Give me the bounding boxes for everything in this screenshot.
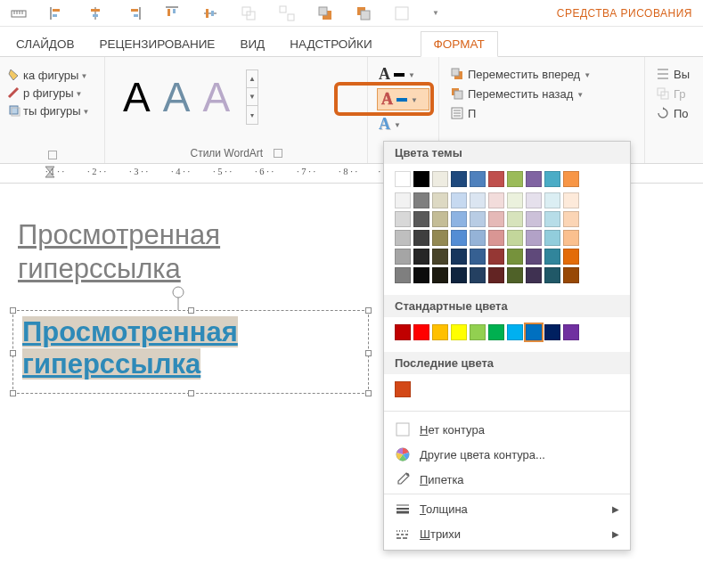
no-outline-item[interactable]: Нет контура [384, 417, 630, 442]
align-top-icon[interactable] [164, 5, 180, 21]
color-swatch[interactable] [413, 192, 429, 208]
wordart-preset-1[interactable]: А [123, 77, 151, 118]
wordart-gallery[interactable]: А А А ▲▼▾ [112, 61, 360, 125]
color-swatch[interactable] [544, 171, 560, 187]
group-button[interactable]: Гр [654, 86, 685, 102]
eyedropper-item[interactable]: Пипетка [384, 467, 630, 492]
color-swatch[interactable] [507, 267, 523, 283]
wordart-dialog-launcher[interactable] [274, 149, 282, 158]
send-backward-button[interactable]: Переместить назад▼ [448, 86, 635, 102]
send-backward-icon[interactable] [356, 5, 372, 21]
dashes-item[interactable]: Штрихи ▶ [384, 521, 630, 546]
selected-link-line1[interactable]: Просмотренная [22, 316, 238, 347]
color-swatch[interactable] [432, 211, 448, 227]
align-middle-icon[interactable] [202, 5, 218, 21]
color-swatch[interactable] [395, 324, 411, 340]
color-swatch[interactable] [526, 211, 542, 227]
color-swatch[interactable] [544, 249, 560, 265]
ungroup-icon[interactable] [279, 5, 295, 21]
color-swatch[interactable] [432, 249, 448, 265]
color-swatch[interactable] [470, 230, 486, 246]
color-swatch[interactable] [563, 171, 579, 187]
color-swatch[interactable] [563, 211, 579, 227]
ruler-icon[interactable] [11, 5, 27, 21]
wordart-gallery-more[interactable]: ▲▼▾ [246, 69, 258, 125]
tab-format[interactable]: ФОРМАТ [421, 31, 498, 57]
tab-addins[interactable]: НАДСТРОЙКИ [277, 32, 384, 56]
color-swatch[interactable] [413, 267, 429, 283]
color-swatch[interactable] [526, 249, 542, 265]
color-swatch[interactable] [395, 381, 411, 397]
wordart-preset-2[interactable]: А [163, 77, 191, 118]
weight-item[interactable]: Толщина ▶ [384, 496, 630, 521]
color-swatch[interactable] [488, 211, 504, 227]
color-swatch[interactable] [526, 324, 542, 340]
group-icon[interactable] [241, 5, 257, 21]
selected-textbox[interactable]: Просмотренная гиперссылка [12, 310, 369, 394]
extra-icon[interactable] [394, 5, 410, 21]
color-swatch[interactable] [432, 324, 448, 340]
color-swatch[interactable] [451, 267, 467, 283]
rotate-handle-icon[interactable] [169, 285, 187, 312]
color-swatch[interactable] [507, 230, 523, 246]
color-swatch[interactable] [413, 249, 429, 265]
color-swatch[interactable] [526, 267, 542, 283]
tab-view[interactable]: ВИД [227, 32, 277, 56]
color-swatch[interactable] [488, 230, 504, 246]
text-effects-button[interactable]: A ▼ [377, 114, 429, 135]
color-swatch[interactable] [470, 211, 486, 227]
color-swatch[interactable] [432, 267, 448, 283]
color-swatch[interactable] [413, 171, 429, 187]
color-swatch[interactable] [451, 211, 467, 227]
color-swatch[interactable] [563, 249, 579, 265]
color-swatch[interactable] [470, 192, 486, 208]
align-button[interactable]: Вы [654, 66, 685, 82]
color-swatch[interactable] [507, 211, 523, 227]
color-swatch[interactable] [432, 230, 448, 246]
color-swatch[interactable] [488, 192, 504, 208]
color-swatch[interactable] [507, 192, 523, 208]
color-swatch[interactable] [488, 324, 504, 340]
color-swatch[interactable] [413, 230, 429, 246]
color-swatch[interactable] [563, 192, 579, 208]
selected-link-line2[interactable]: гиперссылка [22, 348, 200, 380]
color-swatch[interactable] [413, 324, 429, 340]
color-swatch[interactable] [507, 249, 523, 265]
selection-pane-button[interactable]: П [448, 105, 635, 121]
align-center-icon[interactable] [87, 5, 103, 21]
color-swatch[interactable] [432, 192, 448, 208]
color-swatch[interactable] [413, 211, 429, 227]
color-swatch[interactable] [470, 324, 486, 340]
color-swatch[interactable] [451, 324, 467, 340]
color-swatch[interactable] [563, 267, 579, 283]
color-swatch[interactable] [395, 249, 411, 265]
shape-fill-button[interactable]: ка фигуры▼ [7, 68, 97, 82]
color-swatch[interactable] [488, 267, 504, 283]
bring-forward-icon[interactable] [317, 5, 333, 21]
color-swatch[interactable] [544, 192, 560, 208]
color-swatch[interactable] [451, 249, 467, 265]
color-swatch[interactable] [395, 211, 411, 227]
tab-review[interactable]: РЕЦЕНЗИРОВАНИЕ [87, 32, 228, 56]
tab-slides[interactable]: СЛАЙДОВ [4, 32, 87, 56]
color-swatch[interactable] [563, 324, 579, 340]
color-swatch[interactable] [395, 171, 411, 187]
color-swatch[interactable] [470, 171, 486, 187]
color-swatch[interactable] [432, 171, 448, 187]
shape-styles-dialog-launcher[interactable] [48, 151, 57, 159]
rotate-button[interactable]: По [654, 105, 685, 121]
color-swatch[interactable] [470, 267, 486, 283]
color-swatch[interactable] [563, 230, 579, 246]
color-swatch[interactable] [488, 171, 504, 187]
shape-outline-button[interactable]: р фигуры▼ [7, 86, 97, 100]
color-swatch[interactable] [395, 192, 411, 208]
align-left-icon[interactable] [49, 5, 65, 21]
color-swatch[interactable] [451, 171, 467, 187]
color-swatch[interactable] [544, 230, 560, 246]
color-swatch[interactable] [395, 267, 411, 283]
color-swatch[interactable] [470, 249, 486, 265]
color-swatch[interactable] [395, 230, 411, 246]
color-swatch[interactable] [544, 267, 560, 283]
color-swatch[interactable] [526, 230, 542, 246]
shape-effects-button[interactable]: ты фигуры▼ [7, 103, 97, 118]
